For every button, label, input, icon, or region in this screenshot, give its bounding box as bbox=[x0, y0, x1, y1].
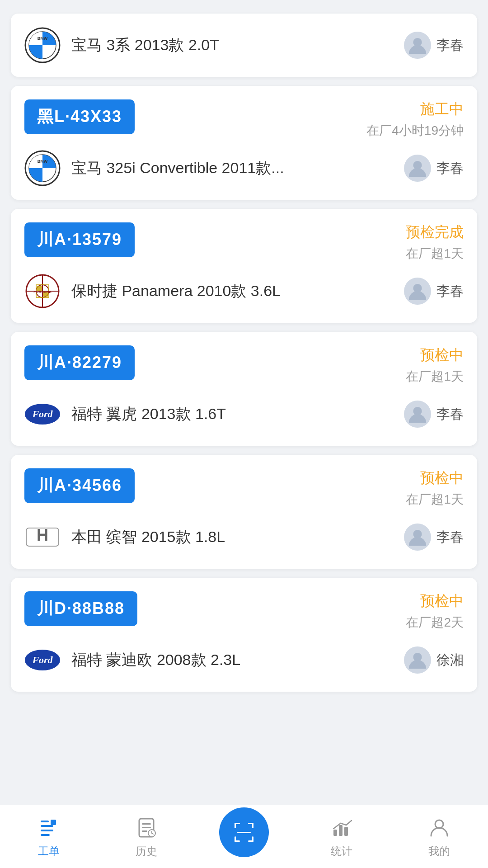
card-card-1[interactable]: BMW 宝马 3系 2013款 2.0T 李春 bbox=[11, 14, 477, 77]
user-info: 李春 bbox=[404, 32, 464, 59]
workorder-icon bbox=[36, 815, 61, 840]
time-text: 在厂超1天 bbox=[406, 245, 464, 262]
svg-rect-45 bbox=[333, 830, 337, 836]
status-text: 施工中 bbox=[366, 99, 464, 119]
time-text: 在厂超1天 bbox=[406, 491, 464, 508]
car-name: 福特 蒙迪欧 2008款 2.3L bbox=[71, 650, 240, 670]
status-block: 预检中 在厂超2天 bbox=[406, 591, 464, 631]
nav-history[interactable]: 历史 bbox=[98, 815, 195, 859]
svg-rect-41 bbox=[235, 836, 236, 842]
svg-rect-39 bbox=[252, 823, 253, 828]
mine-icon bbox=[427, 815, 452, 840]
svg-rect-47 bbox=[344, 827, 348, 836]
history-icon bbox=[134, 815, 159, 840]
status-text: 预检中 bbox=[406, 468, 464, 488]
svg-rect-44 bbox=[237, 832, 251, 833]
status-text: 预检完成 bbox=[406, 222, 464, 242]
svg-rect-32 bbox=[142, 823, 151, 825]
svg-text:PORSCHE: PORSCHE bbox=[33, 290, 52, 294]
time-text: 在厂超1天 bbox=[406, 368, 464, 385]
svg-text:BMW: BMW bbox=[38, 159, 48, 164]
status-block: 预检中 在厂超1天 bbox=[406, 468, 464, 508]
svg-rect-46 bbox=[339, 825, 343, 836]
svg-rect-33 bbox=[142, 827, 151, 828]
svg-rect-28 bbox=[41, 830, 53, 831]
svg-rect-34 bbox=[142, 830, 147, 832]
svg-rect-26 bbox=[41, 821, 49, 822]
avatar bbox=[404, 32, 431, 59]
car-info: PORSCHE 保时捷 Panamera 2010款 3.6L bbox=[24, 273, 281, 309]
car-row: H 本田 缤智 2015款 1.8L 李春 bbox=[24, 519, 464, 555]
car-name: 福特 翼虎 2013款 1.6T bbox=[71, 404, 226, 425]
car-name: 保时捷 Panamera 2010款 3.6L bbox=[71, 281, 281, 302]
car-info: Ford 福特 翼虎 2013款 1.6T bbox=[24, 396, 226, 432]
nav-workorder[interactable]: 工单 bbox=[0, 815, 98, 859]
scan-button[interactable] bbox=[219, 807, 269, 857]
svg-rect-27 bbox=[41, 825, 53, 827]
plate-number: 川D·88B88 bbox=[24, 591, 137, 626]
svg-point-48 bbox=[435, 820, 443, 828]
car-name: 本田 缤智 2015款 1.8L bbox=[71, 527, 225, 547]
car-info: BMW 宝马 3系 2013款 2.0T bbox=[24, 27, 219, 63]
user-name: 李春 bbox=[436, 528, 464, 547]
car-info: Ford 福特 蒙迪欧 2008款 2.3L bbox=[24, 642, 240, 678]
svg-rect-43 bbox=[252, 836, 253, 842]
svg-text:BMW: BMW bbox=[38, 36, 48, 41]
card-card-3[interactable]: 川A·13579 预检完成 在厂超1天 PORSCHE 保时捷 Panamera… bbox=[11, 209, 477, 323]
plate-number: 川A·82279 bbox=[24, 345, 135, 380]
user-name: 李春 bbox=[436, 405, 464, 424]
card-header: 川A·82279 预检中 在厂超1天 bbox=[24, 345, 464, 385]
brand-logo: PORSCHE bbox=[24, 273, 61, 309]
user-name: 徐湘 bbox=[436, 651, 464, 670]
user-info: 徐湘 bbox=[404, 646, 464, 674]
avatar bbox=[404, 524, 431, 551]
user-name: 李春 bbox=[436, 282, 464, 301]
card-header: 川A·13579 预检完成 在厂超1天 bbox=[24, 222, 464, 262]
user-info: 李春 bbox=[404, 524, 464, 551]
car-row: BMW 宝马 3系 2013款 2.0T 李春 bbox=[24, 27, 464, 63]
card-card-2[interactable]: 黑L·43X33 施工中 在厂4小时19分钟 BMW 宝马 325i Conve… bbox=[11, 86, 477, 200]
svg-rect-29 bbox=[41, 834, 50, 836]
svg-rect-30 bbox=[51, 820, 56, 825]
user-name: 李春 bbox=[436, 36, 464, 55]
nav-stats-label: 统计 bbox=[331, 844, 352, 859]
svg-text:Ford: Ford bbox=[32, 654, 53, 665]
user-name: 李春 bbox=[436, 159, 464, 178]
car-row: Ford 福特 蒙迪欧 2008款 2.3L 徐湘 bbox=[24, 642, 464, 678]
status-block: 施工中 在厂4小时19分钟 bbox=[366, 99, 464, 139]
time-text: 在厂超2天 bbox=[406, 614, 464, 631]
nav-stats[interactable]: 统计 bbox=[293, 815, 390, 859]
svg-text:Ford: Ford bbox=[32, 408, 53, 420]
card-header: 川A·34566 预检中 在厂超1天 bbox=[24, 468, 464, 508]
car-name: 宝马 3系 2013款 2.0T bbox=[71, 35, 219, 56]
user-info: 李春 bbox=[404, 155, 464, 182]
brand-logo: BMW bbox=[24, 150, 61, 186]
user-info: 李春 bbox=[404, 401, 464, 428]
nav-scan[interactable] bbox=[195, 807, 293, 866]
card-card-5[interactable]: 川A·34566 预检中 在厂超1天 H 本田 缤智 2015款 1.8L bbox=[11, 455, 477, 569]
nav-workorder-label: 工单 bbox=[38, 844, 60, 859]
car-info: H 本田 缤智 2015款 1.8L bbox=[24, 519, 225, 555]
car-row: BMW 宝马 325i Convertible 2011款... 李春 bbox=[24, 150, 464, 186]
nav-mine[interactable]: 我的 bbox=[390, 815, 488, 859]
nav-history-label: 历史 bbox=[136, 844, 157, 859]
plate-number: 黑L·43X33 bbox=[24, 99, 135, 134]
card-header: 黑L·43X33 施工中 在厂4小时19分钟 bbox=[24, 99, 464, 139]
avatar bbox=[404, 155, 431, 182]
card-card-4[interactable]: 川A·82279 预检中 在厂超1天 Ford 福特 翼虎 2013款 1.6T bbox=[11, 332, 477, 446]
status-text: 预检中 bbox=[406, 345, 464, 365]
car-info: BMW 宝马 325i Convertible 2011款... bbox=[24, 150, 284, 186]
svg-rect-37 bbox=[235, 823, 236, 828]
bottom-nav: 工单 历史 bbox=[0, 805, 488, 868]
avatar bbox=[404, 401, 431, 428]
car-row: PORSCHE 保时捷 Panamera 2010款 3.6L 李春 bbox=[24, 273, 464, 309]
brand-logo: H bbox=[24, 519, 61, 555]
car-name: 宝马 325i Convertible 2011款... bbox=[71, 158, 284, 179]
avatar bbox=[404, 646, 431, 674]
brand-logo: Ford bbox=[24, 642, 61, 678]
svg-text:H: H bbox=[37, 526, 48, 544]
status-block: 预检中 在厂超1天 bbox=[406, 345, 464, 385]
brand-logo: BMW bbox=[24, 27, 61, 63]
nav-mine-label: 我的 bbox=[428, 844, 450, 859]
card-card-6[interactable]: 川D·88B88 预检中 在厂超2天 Ford 福特 蒙迪欧 2008款 2.3… bbox=[11, 578, 477, 692]
